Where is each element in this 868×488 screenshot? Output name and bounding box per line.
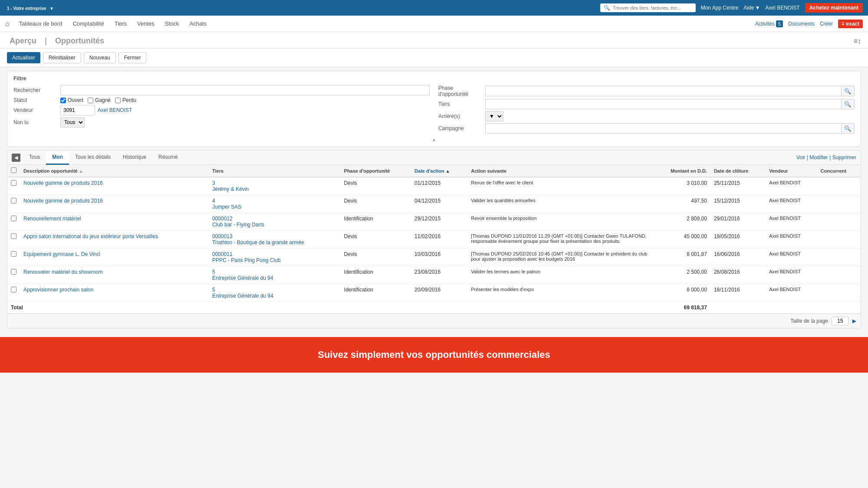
th-vendeur[interactable]: Vendeur: [766, 165, 817, 177]
documents-link[interactable]: Documents: [788, 21, 815, 27]
global-search-input[interactable]: [613, 5, 691, 10]
statut-ouvert-checkbox[interactable]: [60, 98, 66, 103]
table-row: Approvisionner prochain salon 5 Entrepri…: [7, 284, 861, 302]
row-checkbox[interactable]: [11, 198, 16, 203]
row-date-cloture: 18/11/2016: [710, 284, 766, 302]
statut-gagne-checkbox[interactable]: [88, 98, 93, 103]
nav-stock[interactable]: Stock: [161, 16, 184, 32]
row-checkbox[interactable]: [11, 180, 16, 186]
th-tiers[interactable]: Tiers: [209, 165, 341, 177]
row-checkbox-cell[interactable]: [7, 284, 20, 302]
statut-ouvert-label[interactable]: Ouvert: [60, 97, 83, 103]
voir-link[interactable]: Voir: [796, 154, 806, 160]
row-checkbox[interactable]: [11, 269, 16, 275]
row-checkbox[interactable]: [11, 233, 16, 239]
statut-perdu-checkbox[interactable]: [115, 98, 121, 103]
th-select-all[interactable]: [7, 165, 20, 177]
company-selector[interactable]: 1 - Votre entreprise ▼: [5, 5, 54, 11]
row-description[interactable]: Renouveler matériel du showroom: [20, 266, 209, 284]
reinitialiser-button[interactable]: Réinitialiser: [43, 52, 81, 63]
th-phase[interactable]: Phase d'opportunité: [341, 165, 411, 177]
row-checkbox-cell[interactable]: [7, 231, 20, 249]
nouveau-button[interactable]: Nouveau: [84, 52, 116, 63]
achetez-button[interactable]: Achetez maintenant: [805, 3, 863, 13]
aide-dropdown[interactable]: Aide ▼: [743, 5, 760, 11]
statut-gagne-label[interactable]: Gagné: [88, 97, 111, 103]
th-date-cloture[interactable]: Date de clôture: [710, 165, 766, 177]
statut-perdu-label[interactable]: Perdu: [115, 97, 136, 103]
vendeur-link[interactable]: Axel BENOIST: [98, 107, 132, 113]
th-action-suivante[interactable]: Action suivante: [467, 165, 653, 177]
top-bar: 1 - Votre entreprise ▼ 🔍 Mon App Centre …: [0, 0, 868, 16]
row-checkbox-cell[interactable]: [7, 249, 20, 266]
tab-collapse-button[interactable]: ◀: [12, 154, 20, 162]
row-checkbox[interactable]: [11, 251, 16, 257]
phase-input[interactable]: [485, 86, 842, 96]
row-checkbox[interactable]: [11, 287, 16, 292]
row-description[interactable]: Renouvellement matériel: [20, 213, 209, 231]
nav-comptabilite[interactable]: Comptabilité: [68, 16, 108, 32]
row-description[interactable]: Nouvelle gamme de produits 2016: [20, 177, 209, 195]
tabs-header: ◀ Tous Mon Tous les détails Historique R…: [7, 151, 861, 165]
row-checkbox-cell[interactable]: [7, 177, 20, 195]
nav-tableaux[interactable]: Tableaux de bord: [15, 16, 67, 32]
th-montant[interactable]: Montant en D.D.: [653, 165, 710, 177]
tiers-filter-input[interactable]: [485, 99, 842, 109]
supprimer-link[interactable]: Supprimer: [832, 154, 856, 160]
actualiser-button[interactable]: Actualiser: [7, 52, 40, 63]
row-description[interactable]: Equipement gymnase L. De Vinci: [20, 249, 209, 266]
row-description[interactable]: Appro salon international du jeux extéri…: [20, 231, 209, 249]
row-checkbox[interactable]: [11, 216, 16, 221]
row-tiers: 5 Entreprise Générale du 94: [209, 266, 341, 284]
nav-achats[interactable]: Achats: [185, 16, 211, 32]
nav-ventes[interactable]: Ventes: [133, 16, 159, 32]
table-row: Renouvellement matériel 0000012 Club bar…: [7, 213, 861, 231]
rechercher-label: Rechercher: [13, 87, 57, 93]
nonlu-select[interactable]: Tous Oui Non: [60, 117, 85, 128]
campagne-search-button[interactable]: 🔍: [842, 123, 855, 134]
th-date-action[interactable]: Date d'action ▲: [411, 165, 467, 177]
tab-tous-details[interactable]: Tous les détails: [69, 151, 117, 165]
phase-search-button[interactable]: 🔍: [842, 86, 855, 96]
creer-link[interactable]: Créer: [820, 21, 833, 27]
row-checkbox-cell[interactable]: [7, 195, 20, 213]
row-montant: 3 010,00: [653, 177, 710, 195]
row-action-suivante: Valider les quantités annuelles: [467, 195, 653, 213]
select-all-checkbox[interactable]: [11, 167, 16, 173]
view-toggle-icon[interactable]: ≡↕: [854, 37, 861, 45]
tab-historique[interactable]: Historique: [117, 151, 152, 165]
next-page-arrow[interactable]: ▶: [852, 318, 856, 324]
nav-bar: ⌂ Tableaux de bord Comptabilité Tiers Ve…: [0, 16, 868, 32]
row-phase: Devis: [341, 231, 411, 249]
row-date-action: 20/09/2016: [411, 284, 467, 302]
tab-tous[interactable]: Tous: [23, 151, 46, 165]
row-description[interactable]: Nouvelle gamme de produits 2016: [20, 195, 209, 213]
row-action-suivante: [Thomas DUPOND 11/01/2016 11:29 (GMT +01…: [467, 231, 653, 249]
row-description[interactable]: Approvisionner prochain salon: [20, 284, 209, 302]
activites-link[interactable]: Activités 5: [755, 21, 783, 27]
global-search-box[interactable]: 🔍: [600, 3, 696, 12]
th-concurrent[interactable]: Concurrent: [817, 165, 861, 177]
row-checkbox-cell[interactable]: [7, 266, 20, 284]
modifier-link[interactable]: Modifier: [809, 154, 828, 160]
tab-mon[interactable]: Mon: [46, 151, 69, 165]
rechercher-input[interactable]: [60, 85, 430, 95]
app-centre-link[interactable]: Mon App Centre: [701, 5, 739, 11]
nav-tiers[interactable]: Tiers: [110, 16, 131, 32]
th-description[interactable]: Description opportunité ▲: [20, 165, 209, 177]
home-icon[interactable]: ⌂: [5, 20, 10, 28]
filter-collapse-arrow[interactable]: ▲: [13, 137, 855, 142]
filter-arrieres-row: Arriéré(s) ▼: [438, 111, 855, 121]
row-date-cloture: 25/11/2015: [710, 177, 766, 195]
fermer-button[interactable]: Fermer: [118, 52, 147, 63]
page-size-input[interactable]: 15: [832, 317, 849, 325]
vendeur-input[interactable]: [60, 105, 95, 115]
tiers-search-button[interactable]: 🔍: [842, 99, 855, 109]
row-phase: Identification: [341, 266, 411, 284]
tab-resume[interactable]: Résumé: [152, 151, 184, 165]
arrieres-select[interactable]: ▼: [485, 111, 503, 121]
campagne-input[interactable]: [485, 123, 842, 134]
row-action-suivante: Revoir ensemble la proposition: [467, 213, 653, 231]
row-checkbox-cell[interactable]: [7, 213, 20, 231]
row-date-action: 29/12/2015: [411, 213, 467, 231]
